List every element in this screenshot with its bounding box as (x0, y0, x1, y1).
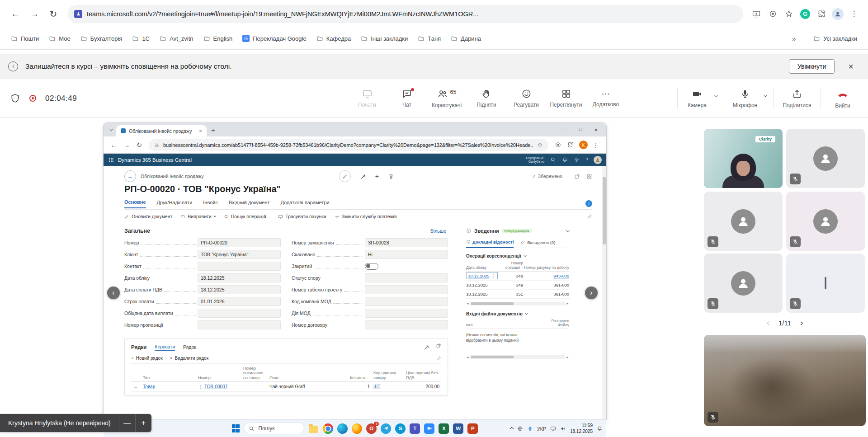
window-close-icon[interactable]: × (588, 127, 604, 133)
field-input[interactable]: ЗП-00028 (365, 238, 448, 247)
people-button[interactable]: 65 Користувачі (427, 79, 467, 117)
mic-options-chevron-icon[interactable] (763, 79, 770, 99)
edge-icon[interactable] (337, 423, 348, 434)
row-menu-icon[interactable]: ⋮ (198, 384, 203, 389)
leave-button[interactable]: Вийти (824, 79, 862, 117)
window-scrollbar[interactable] (602, 166, 606, 419)
react-button[interactable]: Реагувати (506, 79, 546, 117)
help-icon[interactable]: ? (585, 157, 588, 162)
tab-print-send[interactable]: Друк/Надіслати (157, 200, 193, 208)
tab-attachments[interactable]: Вкладення (0) (521, 237, 555, 248)
view-button[interactable]: Переглянути (546, 79, 586, 117)
bookmark-item[interactable]: Бухгалтерія (76, 32, 127, 45)
shield-icon[interactable] (10, 93, 20, 103)
update-document-action[interactable]: Оновити документ (124, 214, 172, 219)
horizontal-scrollbar[interactable]: ◄► (466, 301, 569, 306)
field-input[interactable]: 01.01.2026 (198, 297, 281, 306)
back-icon[interactable]: ← (108, 141, 120, 149)
notifications-icon[interactable] (562, 157, 568, 163)
account-link[interactable]: 943-000 (553, 273, 569, 278)
bookmark-item[interactable]: Avt_zvitn (155, 32, 198, 45)
show-more-link[interactable]: Більше (430, 228, 446, 234)
popout-icon[interactable] (574, 174, 580, 179)
line-type-link[interactable]: Товар (143, 384, 155, 389)
notification-center-icon[interactable] (597, 426, 603, 432)
profile-avatar[interactable]: K (577, 141, 589, 149)
bookmark-item[interactable]: Мое (44, 32, 75, 45)
video-tile-initial[interactable]: I (786, 254, 865, 313)
install-app-icon[interactable] (749, 6, 764, 22)
video-tile[interactable] (704, 254, 783, 313)
taskbar-search[interactable]: Пошук (244, 423, 304, 434)
forward-icon[interactable]: → (121, 141, 132, 149)
powerpoint-icon[interactable]: P (467, 423, 478, 434)
field-input[interactable] (198, 262, 281, 271)
window-maximize-icon[interactable]: □ (573, 127, 588, 133)
cell-menu-icon[interactable]: ⋮ (492, 273, 496, 278)
share-icon[interactable]: ↗ (360, 172, 366, 181)
more-actions-button[interactable]: ⋯ Додатково (586, 79, 626, 117)
video-tile-speaker[interactable]: Clarity (704, 129, 783, 188)
edit-button[interactable] (339, 170, 351, 182)
google-lens-icon[interactable] (765, 6, 780, 22)
mic-button[interactable]: Мікрофон (727, 79, 763, 117)
extensions-puzzle-icon[interactable] (814, 6, 829, 22)
field-input[interactable] (198, 320, 281, 329)
find-entries-action[interactable]: Пошук операцій... (224, 214, 270, 219)
reload-button[interactable]: ↻ (44, 5, 62, 23)
chrome-icon[interactable] (323, 423, 333, 434)
bookmark-star-icon[interactable] (537, 142, 543, 148)
file-explorer-icon[interactable] (308, 423, 319, 434)
extensions-icon[interactable] (565, 141, 576, 148)
field-input[interactable] (365, 273, 448, 282)
correct-action[interactable]: Виправити (180, 214, 215, 219)
manage-tab[interactable]: Керувати (155, 344, 175, 351)
profile-avatar[interactable] (830, 6, 845, 22)
banner-close-icon[interactable]: × (842, 61, 860, 72)
ledger-section-heading[interactable]: Операції кореспонденції (466, 254, 569, 258)
expand-icon[interactable] (436, 343, 441, 348)
field-input[interactable] (365, 320, 448, 329)
tab-invoice[interactable]: Інвойс (203, 200, 218, 208)
field-input[interactable] (365, 285, 448, 294)
line-tab[interactable]: Рядок (183, 344, 196, 350)
zoom-in-button[interactable]: + (135, 414, 151, 432)
firefox-icon[interactable] (352, 423, 362, 434)
pin-icon[interactable] (436, 356, 441, 361)
previous-page-icon[interactable]: ‹ (767, 318, 769, 328)
field-input[interactable] (198, 309, 281, 318)
enable-notifications-button[interactable]: Увімкнути (789, 59, 835, 74)
uom-link[interactable]: ШТ (373, 384, 380, 389)
info-icon[interactable]: i (585, 200, 592, 207)
window-minimize-icon[interactable]: — (557, 127, 573, 133)
delete-line-action[interactable]: ×Видалити рядок (170, 356, 209, 361)
bookmark-item[interactable]: Пошти (6, 32, 43, 45)
language-indicator[interactable]: УКР (537, 426, 546, 432)
display-icon[interactable] (550, 426, 556, 432)
browser-menu-icon[interactable]: ⋮ (846, 6, 862, 22)
resize-icon[interactable] (586, 174, 592, 179)
breadcrumb[interactable]: Облікований інвойс продажу (141, 174, 203, 179)
teams-icon[interactable]: T (410, 423, 420, 434)
clock[interactable]: 11:5918.12.2025 (570, 423, 593, 434)
menu-icon[interactable]: ⋮ (590, 141, 602, 149)
selected-cell[interactable]: 18.12.2025⋮ (466, 272, 498, 279)
tab-main[interactable]: Основне (124, 199, 146, 208)
collapse-chevron-icon[interactable] (566, 228, 570, 232)
bookmark-item[interactable]: Інші закладки (356, 32, 412, 45)
start-button[interactable] (232, 424, 240, 432)
ledger-row[interactable]: 18.12.2025 351 361-000 (466, 290, 569, 299)
next-record-button[interactable]: › (585, 287, 598, 299)
tab-incoming-document[interactable]: Вхідний документ (229, 200, 270, 208)
bookmark-item-google-translate[interactable]: GПерекладач Google (238, 32, 311, 45)
general-section-heading[interactable]: Загальне (124, 228, 150, 234)
mic-in-use-icon[interactable] (527, 426, 533, 432)
waffle-icon[interactable] (108, 157, 114, 163)
next-page-icon[interactable]: › (800, 318, 803, 328)
field-input[interactable]: ТОВ "Кронус Україна" (198, 250, 281, 259)
tab-details[interactable]: Докладні відомості (466, 237, 514, 248)
url-bar[interactable]: teams.microsoft.com/v2/?meetingjoin=true… (68, 5, 743, 23)
delete-icon[interactable] (388, 173, 394, 179)
field-input[interactable] (365, 309, 448, 318)
share-button[interactable]: Поділитися (776, 79, 818, 117)
